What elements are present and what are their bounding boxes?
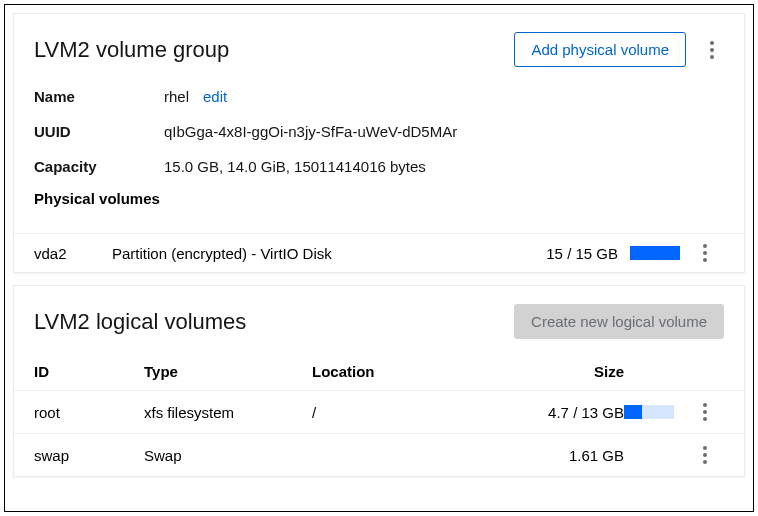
logical-volume-row[interactable]: rootxfs filesystem/4.7 / 13 GB [14, 390, 744, 433]
lv-size: 4.7 / 13 GB [504, 404, 624, 421]
pv-kebab-menu[interactable] [693, 244, 717, 262]
lv-id: swap [34, 447, 144, 464]
lv-size: 1.61 GB [504, 447, 624, 464]
lv-id: root [34, 404, 144, 421]
pv-name: vda2 [34, 245, 112, 262]
physical-volumes-label: Physical volumes [34, 184, 724, 219]
vg-kebab-menu[interactable] [700, 41, 724, 59]
name-label: Name [34, 88, 164, 105]
logical-volumes-card: LVM2 logical volumes Create new logical … [13, 285, 745, 477]
pv-description: Partition (encrypted) - VirtIO Disk [112, 245, 508, 262]
create-logical-volume-button[interactable]: Create new logical volume [514, 304, 724, 339]
pv-usage-bar [630, 246, 680, 260]
physical-volume-row[interactable]: vda2 Partition (encrypted) - VirtIO Disk… [14, 233, 744, 272]
lv-location: / [312, 404, 504, 421]
uuid-label: UUID [34, 123, 164, 140]
logical-volume-row[interactable]: swapSwap1.61 GB [14, 433, 744, 476]
lv-table-header: ID Type Location Size [14, 347, 744, 390]
capacity-value: 15.0 GB, 14.0 GiB, 15011414016 bytes [164, 158, 426, 175]
header-location: Location [312, 363, 504, 380]
pv-size: 15 / 15 GB [508, 245, 618, 262]
lv-type: xfs filesystem [144, 404, 312, 421]
volume-group-card: LVM2 volume group Add physical volume Na… [13, 13, 745, 273]
lv-usage-bar [624, 405, 674, 419]
lv-type: Swap [144, 447, 312, 464]
lv-kebab-menu[interactable] [693, 403, 717, 421]
uuid-value: qIbGga-4x8I-ggOi-n3jy-SfFa-uWeV-dD5MAr [164, 123, 457, 140]
vg-title: LVM2 volume group [34, 37, 514, 63]
edit-name-link[interactable]: edit [203, 88, 227, 105]
header-type: Type [144, 363, 312, 380]
lv-kebab-menu[interactable] [693, 446, 717, 464]
header-id: ID [34, 363, 144, 380]
capacity-label: Capacity [34, 158, 164, 175]
lv-title: LVM2 logical volumes [34, 309, 514, 335]
name-value: rhel [164, 88, 189, 105]
header-size: Size [504, 363, 624, 380]
add-physical-volume-button[interactable]: Add physical volume [514, 32, 686, 67]
